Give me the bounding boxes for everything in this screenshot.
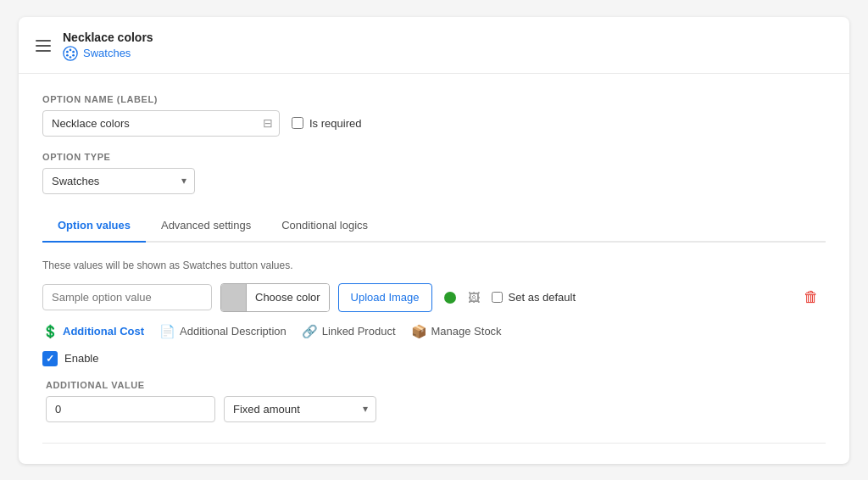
header-subtitle: Swatches [63, 46, 153, 61]
tab-option-values[interactable]: Option values [42, 209, 146, 243]
choose-color-label: Choose color [247, 284, 329, 311]
additional-cost-link[interactable]: 💲 Additional Cost [42, 324, 144, 339]
delete-button[interactable]: 🗑 [797, 285, 826, 310]
upload-image-button[interactable]: Upload Image [338, 283, 432, 312]
additional-value-section: ADDITIONAL VALUE Fixed amount Percentage [42, 380, 826, 422]
cost-icon: 💲 [42, 324, 58, 339]
header-title-group: Necklace colors Swatches [63, 31, 153, 61]
header-title: Necklace colors [63, 31, 153, 44]
option-name-input[interactable] [42, 110, 280, 137]
color-swatch-preview [221, 283, 247, 312]
linked-product-icon: 🔗 [302, 324, 318, 339]
svg-point-1 [70, 48, 72, 51]
card-header: Necklace colors Swatches [19, 17, 849, 74]
set-as-default-row: Set as default [492, 291, 576, 304]
swatches-icon [63, 46, 78, 61]
svg-point-6 [66, 50, 69, 53]
enable-label: Enable [64, 352, 98, 365]
choose-color-button[interactable]: Choose color [220, 283, 330, 312]
image-icon-button[interactable]: 🖼 [465, 287, 483, 308]
option-type-row: Swatches [42, 168, 826, 194]
is-required-row: Is required [292, 117, 361, 130]
tabs-bar: Option values Advanced settings Conditio… [42, 209, 826, 243]
is-required-checkbox[interactable] [292, 117, 303, 129]
option-name-row: ⊟ Is required [42, 110, 826, 137]
set-as-default-checkbox[interactable] [492, 292, 503, 303]
card-body: OPTION NAME (LABEL) ⊟ Is required OPTION… [19, 74, 849, 464]
svg-point-5 [66, 53, 69, 56]
tab-advanced-settings[interactable]: Advanced settings [146, 209, 266, 243]
additional-description-link[interactable]: 📄 Additional Description [159, 324, 287, 339]
description-icon: 📄 [159, 324, 175, 339]
option-type-label: OPTION TYPE [42, 152, 826, 162]
tab-content-option-values: These values will be shown as Swatches b… [42, 260, 826, 422]
additional-value-label: ADDITIONAL VALUE [46, 380, 826, 390]
color-dot-indicator [444, 292, 456, 304]
set-as-default-label: Set as default [509, 291, 576, 304]
svg-point-4 [70, 56, 72, 59]
manage-stock-link[interactable]: 📦 Manage Stock [411, 324, 502, 339]
fixed-amount-select-wrapper: Fixed amount Percentage [224, 396, 376, 422]
enable-row: Enable [42, 351, 826, 366]
header-subtitle-text: Swatches [83, 47, 131, 59]
option-type-select[interactable]: Swatches [42, 168, 195, 194]
additional-value-row: Fixed amount Percentage [46, 396, 826, 422]
tab-conditional-logics[interactable]: Conditional logics [266, 209, 383, 243]
option-type-select-wrapper: Swatches [42, 168, 195, 194]
sample-option-value-input[interactable] [42, 284, 212, 310]
enable-checkbox[interactable] [42, 351, 58, 366]
additional-links-row: 💲 Additional Cost 📄 Additional Descripti… [42, 324, 826, 339]
option-name-field-wrapper: ⊟ [42, 110, 280, 137]
main-card: Necklace colors Swatches OPTION NAME (LA… [19, 17, 849, 464]
option-value-row: Choose color Upload Image 🖼 Set as defau… [42, 283, 826, 312]
linked-product-link[interactable]: 🔗 Linked Product [302, 324, 396, 339]
bottom-divider [42, 443, 826, 444]
fixed-amount-select[interactable]: Fixed amount Percentage [224, 396, 376, 422]
additional-value-input[interactable] [46, 396, 215, 422]
manage-stock-icon: 📦 [411, 324, 427, 339]
hamburger-icon[interactable] [36, 40, 51, 52]
hint-text: These values will be shown as Swatches b… [42, 260, 826, 271]
svg-point-2 [72, 50, 75, 53]
svg-point-3 [72, 53, 75, 56]
option-name-label: OPTION NAME (LABEL) [42, 94, 826, 104]
is-required-label: Is required [309, 117, 361, 130]
